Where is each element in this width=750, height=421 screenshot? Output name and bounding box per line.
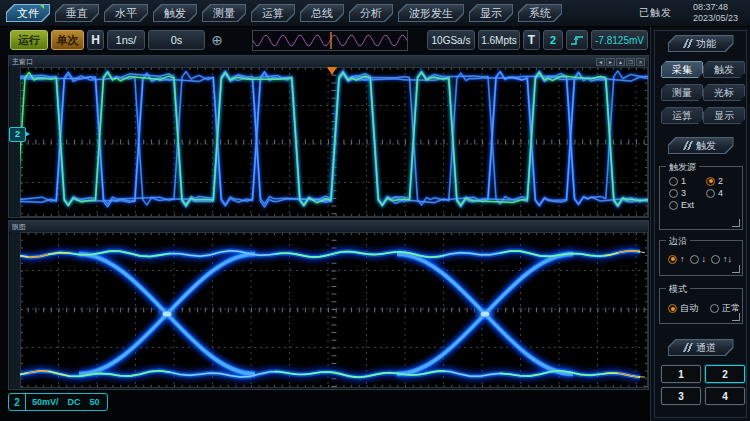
menu-item-label: 总线 [301, 5, 343, 21]
horizontal-position-button[interactable]: 0s [148, 30, 205, 50]
radio-circle [668, 304, 677, 313]
trigger-position-marker[interactable] [327, 67, 337, 75]
rising-edge-icon [570, 34, 585, 47]
menu-item-math[interactable]: 运算 [251, 4, 295, 22]
menu-item-file[interactable]: 文件 [6, 4, 50, 22]
menu-item-label: 波形发生 [399, 5, 463, 21]
group-label-trigger-source: 触发源 [666, 161, 699, 174]
channel-button-ch3[interactable]: 3 [661, 387, 701, 405]
trigger-source-readout[interactable]: 2 [543, 30, 563, 50]
window-control-3[interactable]: ❐ [626, 58, 635, 66]
sidebar-button-display[interactable]: 显示 [703, 107, 745, 124]
radio-source-3[interactable]: 3 [669, 188, 706, 198]
window-control-2[interactable]: ▲ [616, 58, 625, 66]
channel-button-ch4[interactable]: 4 [705, 387, 745, 405]
zoom-tool-icon[interactable]: ⊕ [208, 30, 226, 50]
sidebar-button-cursor[interactable]: 光标 [703, 84, 745, 101]
channel-2-readout[interactable]: 2 50mV/ DC 50 [8, 393, 108, 411]
channel-2-marker[interactable]: 2 [9, 127, 26, 142]
menu-item-label: 分析 [350, 5, 392, 21]
slant-icon [683, 343, 694, 352]
window-control-1[interactable]: ► [606, 58, 615, 66]
window-control-0[interactable]: ◄ [596, 58, 605, 66]
run-button[interactable]: 运行 [10, 30, 48, 50]
clock-date: 2023/05/23 [693, 13, 738, 24]
sidebar-button-acquire[interactable]: 采集 [661, 61, 703, 78]
trigger-status: 已触发 [639, 6, 672, 20]
menu-bar: 文件垂直水平触发测量运算总线分析波形发生显示系统已触发 08:37:48 202… [0, 0, 750, 27]
radio-edge-rise[interactable]: ↑ [668, 254, 685, 264]
slant-icon [683, 39, 694, 48]
eye-diagram-plot[interactable] [20, 232, 648, 388]
radio-source-4[interactable]: 4 [706, 188, 743, 198]
sidebar-header-trigger[interactable]: 触发 [668, 137, 734, 154]
oscilloscope-app: 文件垂直水平触发测量运算总线分析波形发生显示系统已触发 08:37:48 202… [0, 0, 750, 421]
slant-icon [683, 141, 694, 150]
channel-scale: 50mV/ [32, 397, 59, 407]
menu-item-label: 测量 [203, 5, 245, 21]
radio-mode-auto[interactable]: 自动 [668, 302, 698, 315]
group-mode: 模式自动正常 [659, 288, 743, 324]
radio-circle [710, 304, 719, 313]
sidebar-button-math[interactable]: 运算 [661, 107, 703, 124]
eye-diagram-window: 眼图 [8, 220, 649, 390]
menu-item-bus[interactable]: 总线 [300, 4, 344, 22]
radio-circle [668, 255, 677, 264]
sidebar-button-measure[interactable]: 测量 [661, 84, 703, 101]
control-toolbar: 运行 单次 H 1ns/ 0s ⊕ 10GSa/s 1.6Mpts T 2 -7… [0, 27, 750, 55]
status-bar: 2 50mV/ DC 50 [0, 390, 650, 421]
menu-item-label: 系统 [519, 5, 561, 21]
trigger-t-label: T [523, 30, 540, 50]
channel-impedance: 50 [90, 397, 100, 407]
radio-edge-fall[interactable]: ↓ [690, 254, 707, 264]
radio-mode-normal[interactable]: 正常 [710, 302, 740, 315]
channel-button-ch2[interactable]: 2 [705, 365, 745, 383]
menu-item-system[interactable]: 系统 [518, 4, 562, 22]
single-button[interactable]: 单次 [51, 30, 84, 50]
trigger-edge-icon[interactable] [566, 30, 588, 50]
sidebar-header-function[interactable]: 功能 [668, 35, 734, 52]
menu-item-measure[interactable]: 测量 [202, 4, 246, 22]
group-label-mode: 模式 [666, 283, 690, 296]
group-label-edge: 边沿 [666, 235, 690, 248]
channel-button-ch1[interactable]: 1 [661, 365, 701, 383]
radio-circle [669, 189, 678, 198]
menu-item-horizontal[interactable]: 水平 [104, 4, 148, 22]
horizontal-button[interactable]: H [87, 30, 104, 50]
radio-circle [690, 255, 699, 264]
main-waveform-window: 主窗口 ◄►▲❐✕ [8, 55, 649, 218]
trigger-level-readout: -7.8125mV [591, 30, 648, 50]
clock-time: 08:37:48 [693, 2, 738, 13]
sample-rate-readout: 10GSa/s [427, 30, 475, 50]
channel-coupling: DC [68, 397, 81, 407]
menu-item-label: 触发 [154, 5, 196, 21]
menu-item-label: 显示 [470, 5, 512, 21]
radio-circle [669, 177, 678, 186]
menu-item-analysis[interactable]: 分析 [349, 4, 393, 22]
menu-item-vertical[interactable]: 垂直 [55, 4, 99, 22]
radio-circle [706, 189, 715, 198]
radio-edge-both[interactable]: ↑↓ [711, 254, 732, 264]
radio-circle [706, 177, 715, 186]
sidebar-header-channel[interactable]: 通道 [668, 339, 734, 356]
timebase-overview-widget[interactable] [252, 30, 408, 51]
main-waveform-plot[interactable] [20, 67, 648, 217]
main-plot-area [10, 67, 647, 216]
menu-item-trigger[interactable]: 触发 [153, 4, 197, 22]
radio-source-1[interactable]: 1 [669, 176, 706, 186]
menu-item-label: 运算 [252, 5, 294, 21]
menu-item-display[interactable]: 显示 [469, 4, 513, 22]
radio-source-2[interactable]: 2 [706, 176, 743, 186]
timebase-button[interactable]: 1ns/ [107, 30, 145, 50]
group-trigger-source: 触发源1234Ext [659, 166, 743, 230]
menu-item-wavegen[interactable]: 波形发生 [398, 4, 464, 22]
clock: 08:37:48 2023/05/23 [693, 2, 738, 25]
menu-item-label: 文件 [7, 5, 49, 21]
group-edge: 边沿↑↓↑↓ [659, 240, 743, 276]
sidebar-button-trigger[interactable]: 触发 [703, 61, 745, 78]
radio-circle [711, 255, 720, 264]
window-control-4[interactable]: ✕ [636, 58, 645, 66]
radio-source-ext[interactable]: Ext [669, 200, 706, 210]
eye-plot-area [10, 232, 647, 388]
control-sidebar: 功能采集触发测量光标运算显示触发触发源1234Ext边沿↑↓↑↓模式自动正常通道… [650, 27, 750, 421]
